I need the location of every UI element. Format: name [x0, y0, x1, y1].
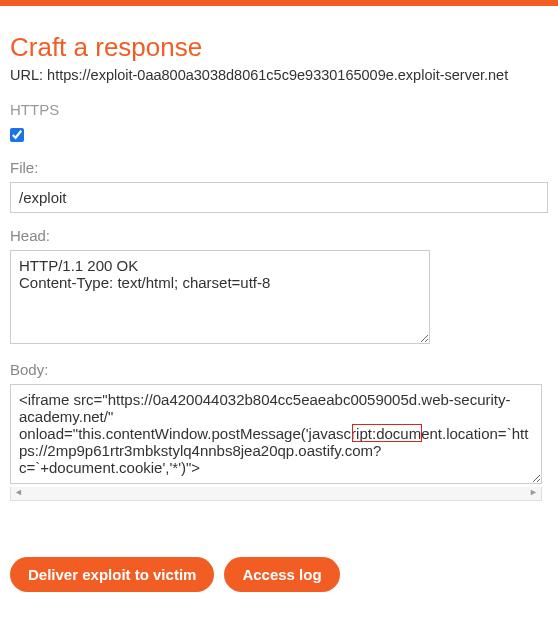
- file-input[interactable]: [10, 182, 548, 213]
- button-row: Deliver exploit to victim Access log: [10, 557, 548, 592]
- body-label: Body:: [10, 361, 548, 378]
- body-textarea[interactable]: [10, 384, 542, 484]
- deliver-exploit-button[interactable]: Deliver exploit to victim: [10, 557, 214, 592]
- head-label: Head:: [10, 227, 548, 244]
- main-content: Craft a response URL: https://exploit-0a…: [0, 6, 558, 602]
- scroll-left-icon: ◄: [14, 487, 23, 497]
- https-checkbox[interactable]: [10, 128, 24, 142]
- body-horizontal-scrollbar[interactable]: ◄ ►: [10, 487, 542, 501]
- scroll-right-icon: ►: [529, 487, 538, 497]
- url-label: URL:: [10, 67, 43, 83]
- access-log-button[interactable]: Access log: [224, 557, 339, 592]
- body-wrap: [10, 384, 548, 487]
- https-label: HTTPS: [10, 101, 548, 118]
- file-label: File:: [10, 159, 548, 176]
- head-textarea[interactable]: [10, 250, 430, 344]
- url-value: https://exploit-0aa800a3038d8061c5c9e933…: [47, 67, 508, 83]
- url-line: URL: https://exploit-0aa800a3038d8061c5c…: [10, 67, 548, 83]
- page-title: Craft a response: [10, 32, 548, 63]
- https-checkbox-wrap: [10, 128, 548, 145]
